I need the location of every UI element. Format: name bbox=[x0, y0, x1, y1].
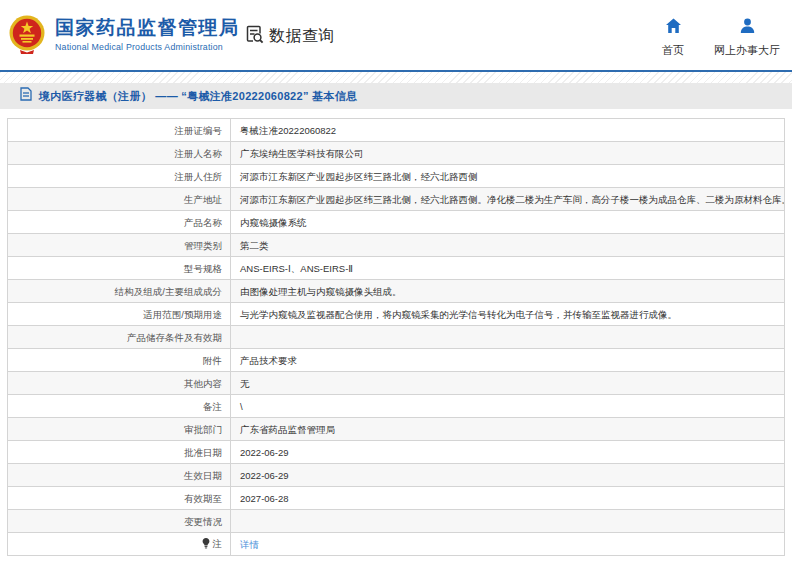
document-icon bbox=[20, 87, 39, 105]
row-label: 审批部门 bbox=[8, 418, 231, 441]
row-value: 无 bbox=[231, 372, 785, 395]
table-row: 型号规格ANS-EIRS-Ⅰ、ANS-EIRS-Ⅱ bbox=[8, 257, 785, 280]
table-row: 生产地址河源市江东新区产业园起步区纬三路北侧，经六北路西侧。净化楼二楼为生产车间… bbox=[8, 188, 785, 211]
row-label: 生效日期 bbox=[8, 464, 231, 487]
site-header: 国家药品监督管理局 National Medical Products Admi… bbox=[0, 0, 792, 70]
row-label: 注 bbox=[8, 533, 231, 556]
row-value: 2022-06-29 bbox=[231, 441, 785, 464]
table-row: 附件产品技术要求 bbox=[8, 349, 785, 372]
row-label: 注册证编号 bbox=[8, 119, 231, 142]
person-icon bbox=[739, 18, 756, 38]
row-label: 产品名称 bbox=[8, 211, 231, 234]
row-label: 批准日期 bbox=[8, 441, 231, 464]
row-label: 注册人名称 bbox=[8, 142, 231, 165]
row-label: 有效期至 bbox=[8, 487, 231, 510]
row-label: 结构及组成/主要组成成分 bbox=[8, 280, 231, 303]
row-value: 与光学内窥镜及监视器配合使用，将内窥镜采集的光学信号转化为电子信号，并传输至监视… bbox=[231, 303, 785, 326]
registration-info-table: 注册证编号粤械注准20222060822注册人名称广东埃纳生医学科技有限公司注册… bbox=[7, 118, 785, 556]
row-value: 广东省药品监督管理局 bbox=[231, 418, 785, 441]
national-emblem-icon bbox=[8, 15, 46, 59]
row-value: 河源市江东新区产业园起步区纬三路北侧，经六北路西侧 bbox=[231, 165, 785, 188]
row-value: 详情 bbox=[231, 533, 785, 556]
striped-band bbox=[0, 72, 792, 83]
home-icon bbox=[665, 18, 682, 38]
row-label: 其他内容 bbox=[8, 372, 231, 395]
nav-item-service-hall[interactable]: 网上办事大厅 bbox=[714, 18, 780, 58]
data-query-label: 数据查询 bbox=[269, 26, 335, 47]
row-value: 由图像处理主机与内窥镜摄像头组成。 bbox=[231, 280, 785, 303]
detail-link[interactable]: 详情 bbox=[240, 539, 259, 550]
org-name-en: National Medical Products Administration bbox=[55, 42, 240, 52]
table-row: 产品储存条件及有效期 bbox=[8, 326, 785, 349]
row-value: 粤械注准20222060822 bbox=[231, 119, 785, 142]
nav-item-home[interactable]: 首页 bbox=[662, 18, 684, 58]
page-title: 境内医疗器械（注册） —— “粤械注准20222060822” 基本信息 bbox=[39, 89, 357, 104]
table-row: 审批部门广东省药品监督管理局 bbox=[8, 418, 785, 441]
row-value: 产品技术要求 bbox=[231, 349, 785, 372]
table-row: 变更情况 bbox=[8, 510, 785, 533]
table-row: 批准日期2022-06-29 bbox=[8, 441, 785, 464]
row-label: 生产地址 bbox=[8, 188, 231, 211]
org-names: 国家药品监督管理局 National Medical Products Admi… bbox=[55, 15, 240, 52]
row-value: \ bbox=[231, 395, 785, 418]
nav-service-hall-label: 网上办事大厅 bbox=[714, 43, 780, 58]
row-value: 2022-06-29 bbox=[231, 464, 785, 487]
table-row: 有效期至2027-06-28 bbox=[8, 487, 785, 510]
row-value: 内窥镜摄像系统 bbox=[231, 211, 785, 234]
header-nav: 首页 网上办事大厅 bbox=[662, 18, 780, 58]
table-row: 适用范围/预期用途与光学内窥镜及监视器配合使用，将内窥镜采集的光学信号转化为电子… bbox=[8, 303, 785, 326]
page: 国家药品监督管理局 National Medical Products Admi… bbox=[0, 0, 792, 563]
row-label: 管理类别 bbox=[8, 234, 231, 257]
data-query-button[interactable]: 数据查询 bbox=[245, 25, 335, 48]
row-value: ANS-EIRS-Ⅰ、ANS-EIRS-Ⅱ bbox=[231, 257, 785, 280]
row-value: 第二类 bbox=[231, 234, 785, 257]
table-row: 其他内容无 bbox=[8, 372, 785, 395]
row-label: 产品储存条件及有效期 bbox=[8, 326, 231, 349]
row-value bbox=[231, 510, 785, 533]
table-row: 注详情 bbox=[8, 533, 785, 556]
org-name-cn: 国家药品监督管理局 bbox=[55, 17, 240, 39]
table-row: 结构及组成/主要组成成分由图像处理主机与内窥镜摄像头组成。 bbox=[8, 280, 785, 303]
table-row: 管理类别第二类 bbox=[8, 234, 785, 257]
row-value: 广东埃纳生医学科技有限公司 bbox=[231, 142, 785, 165]
row-label: 附件 bbox=[8, 349, 231, 372]
row-value: 河源市江东新区产业园起步区纬三路北侧，经六北路西侧。净化楼二楼为生产车间，高分子… bbox=[231, 188, 785, 211]
document-search-icon bbox=[245, 25, 269, 48]
bulb-note-icon bbox=[202, 538, 210, 552]
row-label: 注册人住所 bbox=[8, 165, 231, 188]
row-value: 2027-06-28 bbox=[231, 487, 785, 510]
logo-area: 国家药品监督管理局 National Medical Products Admi… bbox=[8, 15, 240, 59]
table-row: 注册人住所河源市江东新区产业园起步区纬三路北侧，经六北路西侧 bbox=[8, 165, 785, 188]
nav-home-label: 首页 bbox=[662, 43, 684, 58]
table-row: 产品名称内窥镜摄像系统 bbox=[8, 211, 785, 234]
row-label: 备注 bbox=[8, 395, 231, 418]
table-row: 注册人名称广东埃纳生医学科技有限公司 bbox=[8, 142, 785, 165]
row-label: 变更情况 bbox=[8, 510, 231, 533]
row-label: 适用范围/预期用途 bbox=[8, 303, 231, 326]
table-row: 备注\ bbox=[8, 395, 785, 418]
table-row: 注册证编号粤械注准20222060822 bbox=[8, 119, 785, 142]
row-label: 型号规格 bbox=[8, 257, 231, 280]
title-bar: 境内医疗器械（注册） —— “粤械注准20222060822” 基本信息 bbox=[0, 83, 792, 109]
table-row: 生效日期2022-06-29 bbox=[8, 464, 785, 487]
row-value bbox=[231, 326, 785, 349]
